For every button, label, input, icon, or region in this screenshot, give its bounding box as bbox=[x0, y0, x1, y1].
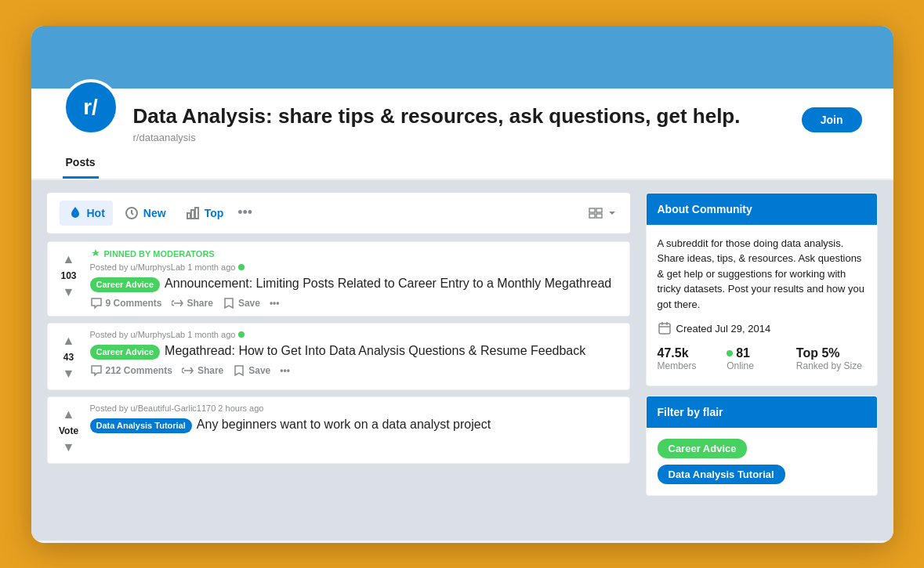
vote-col-3: ▲ Vote ▼ bbox=[54, 403, 84, 457]
subreddit-logo: r/ bbox=[63, 79, 119, 136]
comment-icon-1 bbox=[90, 297, 103, 309]
new-icon bbox=[124, 205, 140, 221]
subreddit-info: Data Analysis: share tips & resources, a… bbox=[133, 101, 788, 143]
sort-top-button[interactable]: Top bbox=[177, 201, 232, 226]
view-icon bbox=[588, 205, 603, 221]
svg-rect-2 bbox=[191, 210, 194, 219]
tab-posts[interactable]: Posts bbox=[63, 150, 99, 179]
view-toggle[interactable] bbox=[588, 205, 618, 221]
save-icon-1 bbox=[223, 297, 235, 309]
about-community-body: A subreddit for those doing data analysi… bbox=[647, 225, 877, 386]
tab-bar: Posts bbox=[31, 143, 893, 180]
post-content-3: Posted by u/Beautiful-Garlic1170 2 hours… bbox=[90, 403, 620, 438]
share-action-1[interactable]: Share bbox=[172, 297, 213, 309]
share-icon-1 bbox=[172, 297, 184, 309]
stat-online: 81 Online bbox=[727, 346, 796, 371]
about-community-desc: A subreddit for those doing data analysi… bbox=[658, 236, 866, 313]
post-content-2: Posted by u/MurphysLab 1 month ago Caree… bbox=[90, 330, 620, 377]
svg-rect-4 bbox=[589, 208, 595, 212]
post-title-2[interactable]: Career AdviceMegathread: How to Get Into… bbox=[90, 342, 620, 360]
upvote-1[interactable]: ▲ bbox=[60, 250, 78, 269]
vote-col-2: ▲ 43 ▼ bbox=[54, 330, 84, 383]
filter-flair-card: Filter by flair Career Advice Data Analy… bbox=[646, 396, 878, 496]
vote-count-2: 43 bbox=[63, 352, 74, 363]
flair-filter-tutorial[interactable]: Data Analysis Tutorial bbox=[658, 465, 785, 484]
sort-hot-button[interactable]: Hot bbox=[60, 201, 113, 226]
subreddit-banner bbox=[31, 26, 893, 89]
stats-row: 47.5k Members 81 Online Top 5% bbox=[658, 346, 866, 371]
post-card-2: ▲ 43 ▼ Posted by u/MurphysLab 1 month ag… bbox=[47, 323, 630, 390]
top-icon bbox=[185, 205, 201, 221]
hot-icon bbox=[67, 205, 83, 221]
post-card-3: ▲ Vote ▼ Posted by u/Beautiful-Garlic117… bbox=[47, 396, 630, 464]
sidebar-column: About Community A subreddit for those do… bbox=[646, 193, 878, 528]
vote-count-1: 103 bbox=[60, 270, 76, 281]
filter-flair-header: Filter by flair bbox=[647, 396, 877, 428]
online-indicator-1 bbox=[238, 264, 245, 270]
created-row: Created Jul 29, 2014 bbox=[658, 321, 866, 335]
post-title-1[interactable]: Career AdviceAnnouncement: Limiting Post… bbox=[90, 275, 620, 292]
post-card-1: ▲ 103 ▼ PINNED BY MODERATORS Posted by u… bbox=[47, 241, 630, 317]
pinned-label-1: PINNED BY MODERATORS bbox=[90, 248, 620, 259]
svg-rect-8 bbox=[659, 324, 670, 334]
subreddit-title: Data Analysis: share tips & resources, a… bbox=[133, 104, 788, 128]
subreddit-name: r/dataanalysis bbox=[133, 132, 788, 143]
svg-rect-1 bbox=[187, 213, 190, 219]
flair-filter-career-advice[interactable]: Career Advice bbox=[658, 439, 748, 458]
post-meta-2: Posted by u/MurphysLab 1 month ago bbox=[90, 330, 620, 339]
post-actions-1: 9 Comments Share Save ••• bbox=[90, 297, 620, 309]
posts-column: Hot New Top ••• bbox=[47, 193, 630, 528]
join-button[interactable]: Join bbox=[802, 107, 862, 132]
svg-rect-3 bbox=[195, 208, 198, 219]
main-window: r/ Data Analysis: share tips & resources… bbox=[31, 26, 893, 543]
svg-rect-6 bbox=[589, 214, 595, 218]
save-action-2[interactable]: Save bbox=[233, 364, 270, 377]
more-action-1[interactable]: ••• bbox=[270, 298, 280, 309]
upvote-3[interactable]: ▲ bbox=[60, 405, 78, 424]
stat-ranked: Top 5% Ranked by Size bbox=[796, 346, 866, 371]
online-dot bbox=[727, 350, 733, 356]
pin-icon bbox=[90, 248, 101, 259]
sort-more-button[interactable]: ••• bbox=[237, 204, 252, 221]
save-action-1[interactable]: Save bbox=[223, 297, 260, 309]
subreddit-header-section: r/ Data Analysis: share tips & resources… bbox=[31, 89, 893, 180]
about-community-header: About Community bbox=[647, 194, 877, 225]
stat-members: 47.5k Members bbox=[658, 346, 727, 371]
about-community-card: About Community A subreddit for those do… bbox=[646, 193, 878, 387]
calendar-icon bbox=[658, 321, 672, 335]
upvote-2[interactable]: ▲ bbox=[60, 331, 78, 350]
share-icon-2 bbox=[182, 364, 194, 377]
post-meta-1: Posted by u/MurphysLab 1 month ago bbox=[90, 262, 620, 272]
flair-badge-1[interactable]: Career Advice bbox=[90, 277, 161, 292]
post-meta-3: Posted by u/Beautiful-Garlic1170 2 hours… bbox=[90, 403, 620, 413]
chevron-down-icon bbox=[607, 208, 618, 219]
svg-rect-7 bbox=[596, 214, 602, 218]
online-indicator-2 bbox=[238, 331, 245, 338]
post-actions-2: 212 Comments Share Save ••• bbox=[90, 364, 620, 377]
sort-bar: Hot New Top ••• bbox=[47, 193, 630, 233]
downvote-3[interactable]: ▼ bbox=[60, 438, 78, 457]
comments-action-2[interactable]: 212 Comments bbox=[90, 364, 172, 377]
share-action-2[interactable]: Share bbox=[182, 364, 223, 377]
vote-col-1: ▲ 103 ▼ bbox=[54, 248, 84, 302]
post-content-1: PINNED BY MODERATORS Posted by u/Murphys… bbox=[90, 248, 620, 309]
filter-flair-body: Career Advice Data Analysis Tutorial bbox=[647, 428, 877, 495]
downvote-2[interactable]: ▼ bbox=[60, 364, 78, 383]
vote-count-3: Vote bbox=[59, 425, 78, 436]
save-icon-2 bbox=[233, 364, 245, 377]
flair-badge-3[interactable]: Data Analysis Tutorial bbox=[90, 418, 192, 433]
flair-badge-2[interactable]: Career Advice bbox=[90, 345, 161, 360]
svg-rect-5 bbox=[596, 208, 602, 212]
comment-icon-2 bbox=[90, 364, 103, 377]
more-action-2[interactable]: ••• bbox=[280, 365, 290, 376]
main-layout: Hot New Top ••• bbox=[31, 180, 893, 541]
downvote-1[interactable]: ▼ bbox=[60, 283, 78, 302]
sort-new-button[interactable]: New bbox=[116, 201, 174, 226]
post-title-3[interactable]: Data Analysis TutorialAny beginners want… bbox=[90, 416, 620, 433]
comments-action-1[interactable]: 9 Comments bbox=[90, 297, 162, 309]
